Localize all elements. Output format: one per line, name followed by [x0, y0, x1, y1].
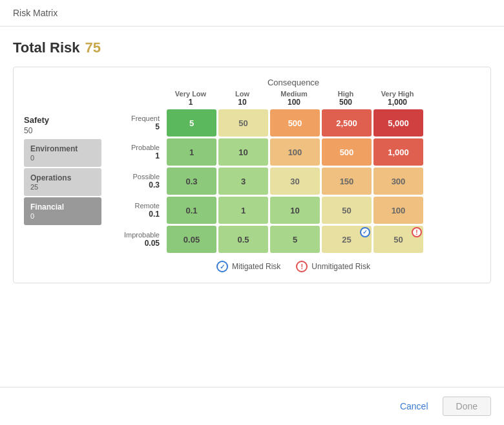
cell-0-3: 2,500	[322, 109, 372, 136]
cell-3-4: 100	[373, 197, 423, 224]
row-label-probable: Probable 1	[107, 144, 165, 160]
cell-1-1: 10	[218, 138, 268, 166]
unmitigated-legend-label: Unmitigated Risk	[311, 262, 370, 271]
mitigated-legend-label: Mitigated Risk	[232, 262, 280, 271]
column-headers: Very Low 1 Low 10 Medium 100 High 500	[165, 90, 480, 109]
cell-2-3: 150	[322, 168, 372, 195]
cell-0-1: 50	[218, 109, 268, 136]
col-header-low: Low 10	[216, 90, 268, 109]
unmitigated-legend-icon	[296, 261, 308, 272]
cell-4-0: 0.05	[167, 226, 216, 253]
cell-4-1: 0.5	[218, 226, 268, 253]
col-header-high: High 500	[320, 90, 372, 109]
cell-2-1: 3	[218, 168, 268, 195]
sidebar-item-financial[interactable]: Financial 0	[24, 197, 101, 225]
cell-1-0: 1	[167, 138, 216, 166]
legend-mitigated: Mitigated Risk	[216, 261, 280, 272]
consequence-label: Consequence	[107, 78, 480, 87]
cell-2-4: 300	[373, 168, 423, 195]
cell-4-4: 50	[373, 226, 423, 253]
cell-1-3: 500	[322, 138, 372, 166]
legend: Mitigated Risk Unmitigated Risk	[107, 261, 480, 272]
legend-unmitigated: Unmitigated Risk	[296, 261, 370, 272]
cell-0-4: 5,000	[373, 109, 423, 136]
matrix-container: Safety 50 Environment 0 Operations 25 Fi…	[13, 67, 491, 283]
bottom-bar: Cancel Done	[0, 387, 504, 425]
cell-2-0: 0.3	[167, 168, 216, 195]
cell-3-0: 0.1	[167, 197, 216, 224]
unmitigated-badge	[412, 227, 422, 237]
safety-name: Safety	[24, 115, 101, 125]
sidebar-item-environment[interactable]: Environment 0	[24, 139, 101, 167]
cell-3-2: 10	[270, 197, 320, 224]
row-label-frequent: Frequent 5	[107, 114, 165, 131]
cancel-button[interactable]: Cancel	[392, 397, 436, 415]
total-risk-label: Total Risk	[13, 39, 80, 56]
safety-value: 50	[24, 126, 101, 135]
row-label-improbable: Improbable 0.05	[107, 231, 165, 248]
table-row: Improbable 0.05 0.05 0.5 5 25 50	[107, 226, 480, 253]
sidebar-item-operations[interactable]: Operations 25	[24, 168, 101, 196]
cell-4-2: 5	[270, 226, 320, 253]
col-header-very-low: Very Low 1	[165, 90, 216, 109]
cell-0-0: 5	[167, 109, 216, 136]
cell-3-3: 50	[322, 197, 372, 224]
cell-0-2: 500	[270, 109, 320, 136]
row-label-possible: Possible 0.3	[107, 173, 165, 190]
table-row: Probable 1 1 10 100 500 1,000	[107, 138, 480, 166]
row-label-remote: Remote 0.1	[107, 202, 165, 219]
col-header-very-high: Very High 1,000	[372, 90, 423, 109]
table-row: Possible 0.3 0.3 3 30 150 300	[107, 168, 480, 195]
cell-4-3: 25	[322, 226, 372, 253]
title-bar: Risk Matrix	[0, 0, 504, 27]
table-row: Frequent 5 5 50 500 2,500 5,000	[107, 109, 480, 136]
cell-1-4: 1,000	[373, 138, 423, 166]
cell-1-2: 100	[270, 138, 320, 166]
done-button[interactable]: Done	[443, 397, 491, 416]
total-risk-value: 75	[85, 39, 101, 56]
page-title: Risk Matrix	[13, 8, 58, 18]
cell-3-1: 1	[218, 197, 268, 224]
col-header-medium: Medium 100	[268, 90, 320, 109]
mitigated-badge	[360, 227, 370, 237]
table-row: Remote 0.1 0.1 1 10 50 100	[107, 197, 480, 224]
cell-2-2: 30	[270, 168, 320, 195]
mitigated-legend-icon	[216, 261, 228, 272]
matrix-rows: Frequent 5 5 50 500 2,500 5,000 Probable	[107, 109, 480, 253]
